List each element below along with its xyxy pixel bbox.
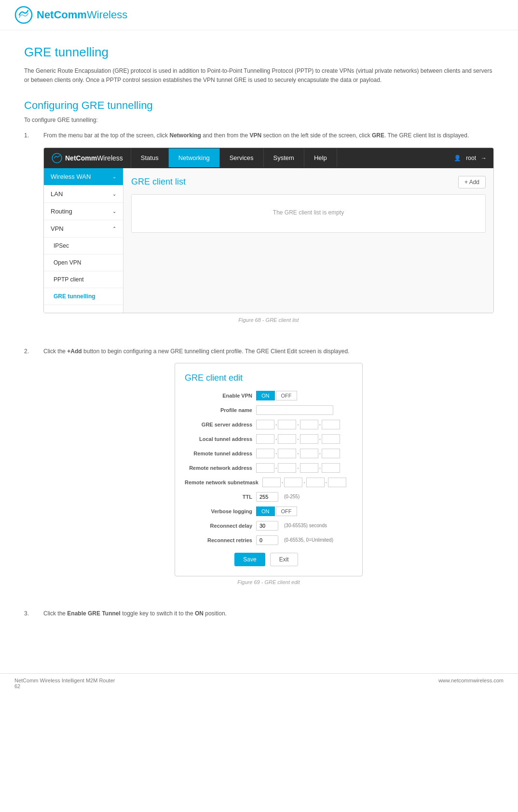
ip-remote-network-4[interactable]	[322, 463, 340, 473]
page-footer: NetComm Wireless Intelligent M2M Router …	[0, 673, 518, 693]
nav-logout-icon[interactable]: →	[481, 155, 487, 161]
ip-remote-tunnel-1[interactable]	[256, 449, 274, 458]
ip-subnetmask: · · ·	[262, 478, 346, 487]
fig1-caption: Figure 68 - GRE client list	[43, 317, 494, 323]
form-row-ttl: TTL (0-255)	[185, 492, 348, 502]
ip-remote-network-2[interactable]	[278, 463, 296, 473]
step-2: 2. Click the +Add button to begin config…	[24, 347, 494, 595]
form-label-ttl: TTL	[185, 494, 252, 500]
router-sidebar: Wireless WAN ⌄ LAN ⌄ Routing ⌄ VPN	[44, 168, 123, 313]
toggle-enable-vpn[interactable]: ON OFF	[256, 391, 297, 400]
form-row-verbose-logging: Verbose logging ON OFF	[185, 506, 348, 516]
ip-gre-server-4[interactable]	[322, 420, 340, 429]
nav-right: 👤 root →	[454, 155, 493, 161]
chevron-down-icon: ⌄	[112, 209, 116, 214]
ip-gre-server: · · ·	[256, 420, 340, 429]
form-label-verbose-logging: Verbose logging	[185, 508, 252, 514]
ip-remote-tunnel-3[interactable]	[300, 449, 318, 458]
form-row-subnetmask: Remote network subnetmask · · ·	[185, 478, 348, 487]
step-3-content: Click the Enable GRE Tunnel toggle key t…	[43, 609, 494, 625]
form-row-profile-name: Profile name	[185, 405, 348, 415]
reconnect-delay-input[interactable]	[256, 521, 278, 531]
ip-remote-tunnel-4[interactable]	[322, 449, 340, 458]
ip-local-tunnel: · · ·	[256, 434, 340, 444]
chevron-down-icon: ⌄	[112, 191, 116, 197]
router-main-panel: GRE client list + Add The GRE client lis…	[123, 168, 493, 313]
ip-remote-network: · · ·	[256, 463, 340, 473]
step-1-content: From the menu bar at the top of the scre…	[43, 131, 494, 332]
ip-subnetmask-1[interactable]	[262, 478, 281, 487]
sidebar-item-openvpn[interactable]: Open VPN	[44, 254, 123, 271]
nav-user-icon: 👤	[454, 155, 461, 161]
ip-subnetmask-2[interactable]	[284, 478, 302, 487]
ip-local-tunnel-2[interactable]	[278, 434, 296, 444]
form-actions: Save Exit	[185, 553, 348, 566]
sidebar-item-ipsec[interactable]: IPSec	[44, 238, 123, 254]
toggle-on-btn[interactable]: ON	[256, 391, 275, 400]
form-row-gre-server: GRE server address · · ·	[185, 420, 348, 429]
form-row-remote-tunnel: Remote tunnel address · · ·	[185, 449, 348, 458]
step-2-num: 2.	[24, 347, 34, 595]
fig2-caption: Figure 69 - GRE client edit	[43, 579, 494, 585]
add-button[interactable]: + Add	[458, 176, 486, 188]
sidebar-item-pptp[interactable]: PPTP client	[44, 271, 123, 288]
page-header: NetCommWireless	[0, 0, 518, 30]
footer-left: NetComm Wireless Intelligent M2M Router …	[14, 678, 115, 689]
form-label-reconnect-retries: Reconnect retries	[185, 537, 252, 543]
ip-remote-tunnel-2[interactable]	[278, 449, 296, 458]
form-label-subnetmask: Remote network subnetmask	[185, 479, 259, 485]
sidebar-item-pptp-label: PPTP client	[54, 276, 83, 283]
nav-services[interactable]: Services	[220, 148, 264, 167]
nav-username: root	[466, 155, 476, 161]
section-subtitle: To configure GRE tunnelling:	[24, 117, 494, 123]
sidebar-item-lan[interactable]: LAN ⌄	[44, 186, 123, 203]
sidebar-item-ipsec-label: IPSec	[54, 242, 69, 249]
step-3: 3. Click the Enable GRE Tunnel toggle ke…	[24, 609, 494, 625]
ip-local-tunnel-4[interactable]	[322, 434, 340, 444]
form-label-remote-network: Remote network address	[185, 465, 252, 471]
ip-local-tunnel-3[interactable]	[300, 434, 318, 444]
ip-local-tunnel-1[interactable]	[256, 434, 274, 444]
step-2-text: Click the +Add button to begin configuri…	[43, 347, 494, 356]
toggle-verbose-off-btn[interactable]: OFF	[276, 506, 297, 516]
exit-button[interactable]: Exit	[270, 553, 298, 566]
ip-subnetmask-3[interactable]	[306, 478, 325, 487]
gre-edit-title: GRE client edit	[185, 373, 348, 383]
ttl-input[interactable]	[256, 492, 278, 502]
toggle-verbose-on-btn[interactable]: ON	[256, 506, 275, 516]
nav-networking[interactable]: Networking	[169, 148, 220, 167]
form-row-reconnect-retries: Reconnect retries (0-65535, 0=Unlimited)	[185, 535, 348, 545]
step-3-text: Click the Enable GRE Tunnel toggle key t…	[43, 609, 494, 618]
toggle-verbose-logging[interactable]: ON OFF	[256, 506, 297, 516]
nav-logo-icon	[52, 153, 62, 163]
nav-system[interactable]: System	[264, 148, 304, 167]
router-nav-logo: NetCommWireless	[44, 148, 131, 168]
nav-help[interactable]: Help	[304, 148, 337, 167]
page-title: GRE tunnelling	[24, 45, 494, 60]
reconnect-delay-hint: (30-65535) seconds	[284, 523, 327, 528]
ip-remote-network-1[interactable]	[256, 463, 274, 473]
ip-gre-server-1[interactable]	[256, 420, 274, 429]
form-row-remote-network: Remote network address · · ·	[185, 463, 348, 473]
logo-text: NetCommWireless	[37, 9, 127, 21]
svg-point-1	[52, 153, 62, 163]
nav-status[interactable]: Status	[131, 148, 169, 167]
sidebar-item-wireless-wan[interactable]: Wireless WAN ⌄	[44, 168, 123, 186]
ip-gre-server-3[interactable]	[300, 420, 318, 429]
toggle-off-btn[interactable]: OFF	[276, 391, 297, 400]
sidebar-item-routing[interactable]: Routing ⌄	[44, 203, 123, 220]
profile-name-input[interactable]	[256, 405, 333, 415]
ip-subnetmask-4[interactable]	[328, 478, 346, 487]
form-label-enable-vpn: Enable VPN	[185, 393, 252, 399]
form-label-gre-server: GRE server address	[185, 422, 252, 427]
intro-text: The Generic Route Encapsulation (GRE) pr…	[24, 67, 494, 85]
save-button[interactable]: Save	[234, 553, 265, 566]
sidebar-item-vpn[interactable]: VPN ⌃	[44, 220, 123, 238]
reconnect-retries-input[interactable]	[256, 535, 278, 545]
gre-list-header: GRE client list + Add	[131, 176, 486, 188]
ip-gre-server-2[interactable]	[278, 420, 296, 429]
logo: NetCommWireless	[14, 6, 127, 24]
sidebar-item-gre[interactable]: GRE tunnelling	[44, 288, 123, 305]
sidebar-item-gre-label: GRE tunnelling	[54, 293, 95, 300]
ip-remote-network-3[interactable]	[300, 463, 318, 473]
